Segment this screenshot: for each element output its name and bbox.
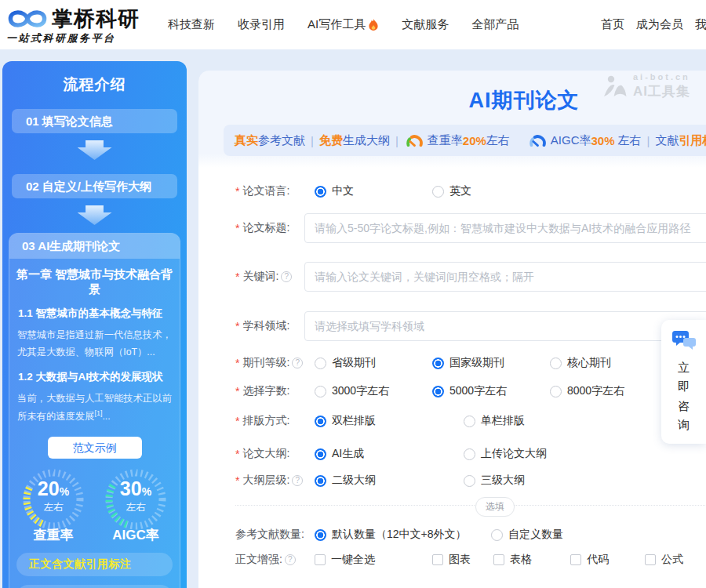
radio-language-english[interactable]: 英文 [432, 184, 471, 198]
feature-aigc-rate-value: 30% [591, 134, 615, 147]
radio-selected-icon[interactable] [315, 416, 326, 427]
radio-two-level-outline[interactable]: 二级大纲 [315, 474, 464, 488]
radio-three-level-outline[interactable]: 三级大纲 [464, 474, 525, 488]
references-row: 参考文献数量: 默认数量（12中文+8外文） 自定义数量 [235, 528, 706, 542]
process-step-3: 03 AI生成期刊论文 [9, 234, 180, 259]
radio-selected-icon[interactable] [315, 186, 326, 198]
subject-field-input[interactable] [304, 311, 706, 341]
radio-icon[interactable] [315, 386, 326, 397]
required-asterisk: * [235, 185, 239, 198]
duplicate-rate-gauge: 20% 左右 查重率 [15, 466, 92, 544]
feature-citation-mark: 引用标注 [679, 133, 706, 148]
paper-title-input[interactable] [304, 213, 706, 243]
process-sidebar: 流程介绍 01 填写论文信息 02 自定义/上传写作大纲 03 AI生成期刊论文… [2, 61, 187, 588]
radio-provincial-journal[interactable]: 省级期刊 [315, 356, 432, 370]
radio-label: 默认数量（12中文+8外文） [332, 528, 467, 542]
nav-item-my-account[interactable]: 我的 [695, 17, 706, 32]
nav-item-literature[interactable]: 文献服务 [402, 17, 449, 32]
journal-level-label: 期刊等级: [242, 356, 289, 370]
radio-icon[interactable] [315, 358, 326, 369]
process-step-2: 02 自定义/上传写作大纲 [12, 174, 177, 198]
checkbox-formulas[interactable]: 公式 [645, 553, 683, 567]
watermark-name: AI工具集 [633, 83, 690, 100]
outline-label: 论文大纲: [242, 447, 289, 461]
main-nav: 科技查新 收录引用 AI写作工具 文献服务 全部产品 [168, 17, 519, 32]
radio-label: 3000字左右 [332, 384, 389, 398]
radio-icon[interactable] [550, 386, 562, 397]
citation-badge: 正文含文献引用标注 [16, 553, 173, 576]
nav-item-become-member[interactable]: 成为会员 [636, 17, 683, 32]
consult-label[interactable]: 立即咨询 [678, 358, 690, 434]
consult-widget[interactable]: 立即咨询 [661, 320, 706, 444]
checkbox-icon[interactable] [315, 554, 326, 565]
checkbox-tables[interactable]: 表格 [493, 553, 570, 567]
checkbox-code[interactable]: 代码 [570, 553, 645, 567]
radio-national-journal[interactable]: 国家级期刊 [432, 356, 550, 370]
radio-3000-words[interactable]: 3000字左右 [315, 384, 432, 398]
radio-selected-icon[interactable] [315, 529, 326, 541]
keywords-input[interactable] [304, 262, 706, 292]
checkbox-icon[interactable] [432, 554, 443, 565]
logo-tagline: 一站式科研服务平台 [6, 31, 155, 45]
radio-icon[interactable] [464, 475, 475, 487]
radio-default-references[interactable]: 默认数量（12中文+8外文） [315, 528, 491, 542]
radio-ai-generate-outline[interactable]: AI生成 [315, 447, 464, 461]
help-icon[interactable]: ? [285, 554, 296, 565]
help-icon[interactable]: ? [292, 358, 303, 368]
paper-form: *论文语言: 中文 英文 *论文标题: *关键词:? *学科领域: *期刊等级:… [198, 156, 706, 567]
checkbox-label: 代码 [587, 553, 609, 567]
nav-item-home[interactable]: 首页 [601, 17, 624, 32]
checkbox-icon[interactable] [570, 554, 581, 565]
radio-selected-icon[interactable] [432, 386, 444, 397]
feature-aigc-rate-approx: 左右 [618, 133, 642, 148]
help-icon[interactable]: ? [281, 271, 292, 282]
radio-label: 国家级期刊 [449, 356, 504, 370]
logo[interactable]: 掌桥科研 一站式科研服务平台 [6, 5, 155, 45]
radio-label: 省级期刊 [332, 356, 376, 370]
help-icon[interactable]: ? [292, 475, 303, 486]
sample-paper-button[interactable]: 范文示例 [48, 437, 142, 459]
nav-item-tech-novelty[interactable]: 科技查新 [168, 17, 215, 32]
radio-icon[interactable] [491, 529, 503, 541]
radio-custom-references[interactable]: 自定义数量 [491, 528, 563, 542]
radio-icon[interactable] [432, 186, 444, 198]
radio-selected-icon[interactable] [315, 475, 326, 487]
infinity-logo-icon [6, 5, 49, 32]
nav-item-ai-writing[interactable]: AI写作工具 [308, 17, 379, 32]
radio-icon[interactable] [464, 416, 475, 427]
radio-one-column[interactable]: 单栏排版 [464, 414, 525, 428]
checkbox-icon[interactable] [493, 554, 504, 565]
radio-label: 5000字左右 [449, 384, 507, 398]
aigc-rate-approx: 左右 [103, 501, 169, 514]
radio-5000-words[interactable]: 5000字左右 [432, 384, 550, 398]
nav-item-all-products[interactable]: 全部产品 [471, 17, 519, 32]
radio-two-column[interactable]: 双栏排版 [315, 414, 464, 428]
radio-language-chinese[interactable]: 中文 [315, 184, 432, 198]
logo-title: 掌桥科研 [52, 5, 140, 33]
feature-real: 真实 [235, 133, 258, 148]
radio-core-journal[interactable]: 核心期刊 [550, 356, 611, 370]
checkbox-icon[interactable] [645, 554, 656, 565]
radio-icon[interactable] [464, 448, 475, 460]
aigc-rate-gauge: 30% 左右 AIGC率 [97, 466, 174, 544]
radio-8000-words[interactable]: 8000字左右 [550, 384, 624, 398]
sample-chapter-title: 第一章 智慧城市与技术融合背景 [13, 267, 176, 297]
radio-upload-outline[interactable]: 上传论文大纲 [464, 447, 547, 461]
feature-dup-rate-value: 20% [463, 134, 486, 147]
required-asterisk: * [235, 415, 239, 427]
radio-icon[interactable] [550, 358, 562, 369]
feature-references: 参考文献 [258, 133, 305, 148]
separator: | [311, 134, 314, 147]
title-row: *论文标题: [235, 213, 706, 243]
nav-item-citation[interactable]: 收录引用 [238, 17, 285, 32]
radio-selected-icon[interactable] [432, 358, 444, 369]
radio-selected-icon[interactable] [315, 448, 326, 460]
feature-dup-rate: 查重率 [428, 133, 463, 148]
radio-label: 自定义数量 [508, 528, 563, 542]
aigc-rate-value: 30% [103, 477, 169, 500]
ai-bot-watermark: ai-bot.cn AI工具集 [601, 72, 690, 100]
word-count-row: *选择字数: 3000字左右 5000字左右 8000字左右 [235, 384, 706, 398]
checkbox-select-all[interactable]: 一键全选 [315, 553, 432, 567]
radio-label: 上传论文大纲 [481, 447, 547, 461]
checkbox-charts[interactable]: 图表 [432, 553, 493, 567]
